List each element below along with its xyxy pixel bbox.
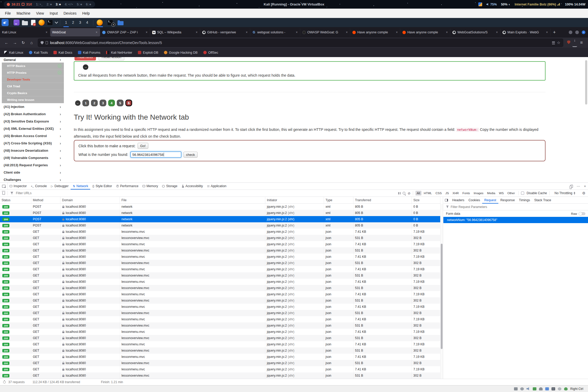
panel-toggle-icon[interactable] [445,199,448,201]
devtools-tab-memory[interactable]: Memory [140,183,160,189]
usb-icon[interactable] [539,387,543,390]
devtools-tab-storage[interactable]: Storage [160,183,179,189]
workspace-3[interactable]: 3:● [56,3,61,6]
browser-tab[interactable]: Have anyone comple× [401,28,450,36]
maximize-button[interactable] [575,30,579,34]
request-row[interactable]: 200POSTlocalhost:8080networkjquery.min.j… [0,222,440,229]
workspace-2[interactable]: 2:● [47,3,52,6]
hide-hints-button[interactable]: Hide hints [75,57,96,60]
browser-tab[interactable]: OWASP WebGoat: G× [301,28,350,36]
request-row[interactable]: 200POSTlocalhost:8080networkjquery.min.j… [0,210,440,216]
sidebar-category[interactable]: Challenges› [0,176,65,182]
request-row[interactable]: 200POSTlocalhost:8080networkjquery.min.j… [0,204,440,210]
column-header-file[interactable]: File [120,197,265,203]
request-row[interactable]: 200POSTlocalhost:8080networkjquery.min.j… [0,216,440,222]
tab-close-icon[interactable]: × [145,30,148,34]
workspace-1[interactable]: 1:>_ [36,3,43,6]
page-button-4[interactable]: 4 [108,100,115,106]
type-filter-js[interactable]: JS [444,191,450,195]
throttling-dropdown[interactable]: No Throttling [555,191,575,195]
page-button-6[interactable]: 6 [125,100,132,106]
ublock-extension-icon[interactable] [566,39,572,47]
column-header-domain[interactable]: Domain [60,197,120,203]
vm-menu-machine[interactable]: Machine [14,11,33,15]
request-row[interactable]: 200GETlocalhost:8080lessonoverview.mvcjq… [0,310,440,316]
request-row[interactable]: 200GETlocalhost:8080lessonmenu.mvcjquery… [0,229,440,235]
wifi-indicator[interactable]: Internet Familie Bolz (66%) [514,3,561,6]
raw-toggle[interactable] [579,212,585,215]
volume-indicator[interactable]: 75% [486,3,497,6]
details-tab-timings[interactable]: Timings [517,197,532,204]
type-filter-html[interactable]: HTML [422,191,433,195]
tracking-protection-icon[interactable] [41,41,44,45]
search-icon[interactable] [403,192,405,194]
sidebar-category[interactable]: (A2) Broken Authentication› [0,111,65,118]
workspace-indicator[interactable]: 1:>_2:●3:●4:</>5:●6:● [32,1,95,8]
sidebar-category[interactable]: (A4) XML External Entities (XXE)› [0,125,65,132]
page-scrollbar[interactable] [585,60,587,105]
bookmark-exploit-db[interactable]: Exploit-DB [138,51,158,54]
brightness-indicator[interactable]: 50% ◐ [501,3,510,6]
sidebar-category[interactable]: General› [0,57,65,63]
tab-close-icon[interactable]: × [395,30,398,34]
request-row[interactable]: 200GETlocalhost:8080lessonoverview.mvcjq… [0,297,440,304]
terminal-launcher-icon[interactable] [47,20,53,26]
type-filter-all[interactable]: All [415,191,421,195]
pick-element-button[interactable] [0,183,8,189]
column-header-type[interactable]: Type [324,197,353,203]
type-filter-media[interactable]: Media [486,191,497,195]
sidebar-lesson[interactable]: CIA Triad [2,83,64,90]
bookmark-kali-forums[interactable]: Kali Forums [78,51,100,54]
bookmark-kali-tools[interactable]: Kali Tools [29,51,48,54]
browser-tab[interactable]: Have anyone comple× [351,28,400,36]
url-bar[interactable]: localhost:8080/WebGoat/start.mvc#lesson/… [38,39,563,47]
taskbar-workspace-4[interactable]: 4 [84,18,91,27]
request-row[interactable]: 200GETlocalhost:8080lessonmenu.mvcjquery… [0,354,440,360]
bookmark-nethunter[interactable]: Kali NetHunter [106,51,132,54]
reader-mode-icon[interactable] [552,41,555,44]
virtualbox-tray-icon[interactable] [478,2,482,6]
filter-params-input[interactable]: Filter Request Parameters [451,205,487,209]
optical-icon[interactable] [520,387,524,390]
tab-close-icon[interactable]: × [495,30,498,34]
running-terminal[interactable]: 3 [106,18,114,27]
reset-lesson-button[interactable]: Reset lesson [99,57,124,60]
details-tab-headers[interactable]: Headers [450,197,466,204]
browser-tab[interactable]: Gwebgoat solutions -× [250,28,300,36]
browser-tab[interactable]: WebGoatSolutions/S× [451,28,500,36]
taskbar-workspace-3[interactable]: 3 [77,18,84,27]
disable-cache-checkbox[interactable] [521,192,524,195]
go-button[interactable]: Go! [138,143,148,149]
column-header-initiator[interactable]: Initiator [265,197,324,203]
bookmark-offsec[interactable]: OffSec [203,51,218,54]
sidebar-lesson[interactable]: HTTP Proxies✓ [2,69,64,76]
power-indicator[interactable]: 100% 14.04W [565,3,585,6]
devtools-tab-inspector[interactable]: Inspector [8,183,29,189]
firefox-launcher-icon[interactable] [39,20,45,26]
request-row[interactable]: 200GETlocalhost:8080lessonmenu.mvcjquery… [0,291,440,297]
app-launcher-icon[interactable] [14,20,20,26]
tab-close-icon[interactable]: × [445,30,448,34]
network-settings-icon[interactable]: ⚙ [582,191,585,195]
audio-icon[interactable] [526,387,530,390]
responsive-mode-icon[interactable] [571,185,573,188]
request-row[interactable]: 200GETlocalhost:8080lessonmenu.mvcjquery… [0,329,440,335]
request-row[interactable]: 200GETlocalhost:8080lessonmenu.mvcjquery… [0,341,440,347]
tab-close-icon[interactable]: × [345,30,348,34]
vm-menu-file[interactable]: File [2,11,14,15]
request-row[interactable]: 200GETlocalhost:8080lessonoverview.mvcjq… [0,285,440,291]
page-button-1[interactable]: 1 [82,100,89,106]
request-row[interactable]: 200GETlocalhost:8080lessonmenu.mvcjquery… [0,241,440,247]
bookmark-kali-docs[interactable]: Kali Docs [53,51,72,54]
pagination-back-button[interactable]: ← [75,100,81,106]
site-info-icon[interactable] [46,41,48,44]
scrollbar-thumb[interactable] [441,244,443,349]
request-row[interactable]: 200GETlocalhost:8080lessonoverview.mvcjq… [0,235,440,241]
display-icon[interactable] [552,387,555,390]
type-filter-images[interactable]: Images [472,191,485,195]
request-row[interactable]: 200GETlocalhost:8080lessonmenu.mvcjquery… [0,316,440,322]
shared-folders-icon[interactable] [545,387,549,390]
devtools-menu-icon[interactable]: ⋯ [577,184,580,188]
sidebar-category[interactable]: (A9) Vulnerable Components› [0,154,65,162]
sidebar-lesson[interactable]: Writing new lesson [2,96,64,103]
